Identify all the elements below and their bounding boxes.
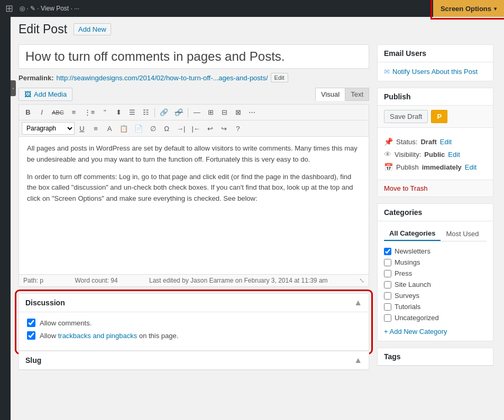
align-center-button[interactable]: ☰	[126, 107, 139, 118]
tab-text[interactable]: Text	[345, 88, 369, 101]
underline-button[interactable]: U	[76, 123, 88, 134]
email-users-title: Email Users	[384, 49, 426, 58]
cat-surveys-checkbox[interactable]	[384, 292, 391, 300]
wp-sidebar: ‹	[0, 17, 11, 420]
redo-button[interactable]: ↪	[218, 123, 231, 134]
cat-uncategorized-checkbox[interactable]	[384, 314, 391, 322]
allow-comments-label: Allow comments.	[40, 319, 91, 327]
publish-preview-button[interactable]: P	[431, 110, 447, 123]
visibility-value: Public	[424, 151, 445, 158]
clear-formatting-button[interactable]: ∅	[146, 123, 159, 134]
status-edit-link[interactable]: Edit	[440, 138, 452, 146]
screen-options-label: Screen Options	[441, 5, 491, 13]
list-item: Tutorials	[384, 301, 487, 312]
fullscreen-button[interactable]: ⊠	[232, 107, 244, 118]
toolbar-separator2	[188, 108, 188, 117]
editor-toolbar-row2: Paragraph Heading 1 Heading 2 Heading 3 …	[19, 120, 369, 137]
post-title-input[interactable]	[19, 44, 369, 69]
edit-columns: Permalink: http://seawingdesigns.com/201…	[19, 44, 493, 372]
italic-button[interactable]: I	[35, 107, 48, 118]
insert-link-button[interactable]: 🔗	[157, 107, 171, 118]
list-item: Press	[384, 268, 487, 279]
screen-options-arrow-icon: ▾	[494, 6, 497, 12]
wp-wrap: ‹ Edit Post Add New Permalink: http://se…	[0, 17, 504, 420]
cat-musings-checkbox[interactable]	[384, 259, 391, 266]
discussion-box-header[interactable]: Discussion ▲	[19, 294, 369, 312]
add-new-category-link[interactable]: + Add New Category	[384, 328, 487, 335]
paste-text-button[interactable]: 📋	[117, 123, 131, 134]
tab-most-used[interactable]: Most Used	[441, 227, 484, 241]
permalink-edit-button[interactable]: Edit	[271, 73, 288, 82]
editor-footer: Path: p Word count: 94 Last edited by Ja…	[19, 274, 369, 286]
allow-comments-row: Allow comments.	[27, 319, 361, 327]
sidebar-toggle-button[interactable]: ‹	[11, 80, 16, 96]
insert-more-button[interactable]: —	[190, 107, 203, 118]
cat-uncategorized-label: Uncategorized	[395, 314, 439, 322]
allow-trackbacks-checkbox[interactable]	[27, 331, 35, 340]
resize-handle-icon[interactable]: ⤡	[359, 277, 364, 284]
publish-header: Publish	[378, 88, 493, 106]
publish-title: Publish	[384, 92, 411, 101]
cat-press-checkbox[interactable]	[384, 270, 391, 277]
add-media-icon: 🖼	[24, 90, 31, 98]
publish-date-value: immediately	[422, 163, 462, 171]
text-color-button[interactable]: A	[103, 123, 116, 134]
tab-visual[interactable]: Visual	[315, 88, 345, 101]
trackbacks-pingbacks-link[interactable]: trackbacks and pingbacks	[58, 332, 138, 340]
calendar-icon: 📅	[384, 163, 393, 171]
cat-tutorials-checkbox[interactable]	[384, 303, 391, 311]
remove-link-button[interactable]: 🔗	[172, 107, 186, 118]
indent-button[interactable]: →|	[174, 123, 188, 134]
permalink-link[interactable]: http://seawingdesigns.com/2014/02/how-to…	[56, 74, 268, 82]
editor-tabs: Visual Text	[315, 88, 369, 101]
discussion-box: Discussion ▲ Allow comments. Allow t	[19, 293, 369, 351]
cat-site-launch-checkbox[interactable]	[384, 281, 391, 288]
discussion-content: Allow comments. Allow trackbacks and pin…	[19, 312, 369, 350]
undo-button[interactable]: ↩	[204, 123, 217, 134]
blockquote-button[interactable]: "	[98, 107, 111, 118]
list-item: Uncategorized	[384, 312, 487, 323]
slug-box-header[interactable]: Slug ▲	[19, 351, 369, 370]
tags-header: Tags	[378, 348, 493, 366]
format-select[interactable]: Paragraph Heading 1 Heading 2 Heading 3 …	[22, 122, 75, 135]
outdent-button[interactable]: |←	[189, 123, 203, 134]
cat-newsletters-checkbox[interactable]	[384, 248, 391, 255]
discussion-toggle-icon: ▲	[354, 298, 362, 307]
slug-title: Slug	[25, 356, 41, 365]
toolbar-toggle-button[interactable]: ⋯	[245, 107, 258, 118]
move-to-trash-link[interactable]: Move to Trash	[384, 184, 427, 192]
last-edited: Last edited by Jason Earrame on February…	[149, 277, 328, 284]
add-media-button[interactable]: 🖼 Add Media	[19, 88, 72, 101]
ordered-list-button[interactable]: ⋮≡	[81, 107, 98, 118]
tags-panel: Tags	[377, 348, 493, 366]
email-icon: ✉	[384, 68, 390, 76]
special-char-button[interactable]: Ω	[160, 123, 173, 134]
strikethrough-button[interactable]: ABC	[49, 108, 67, 117]
publish-meta: 📌 Status: Draft Edit 👁 Visibility: Publi…	[378, 133, 493, 180]
tab-all-categories[interactable]: All Categories	[384, 227, 441, 241]
editor-content[interactable]: All pages and posts in WordPress are set…	[19, 137, 369, 274]
paste-word-button[interactable]: 📄	[132, 123, 145, 134]
publish-actions: Save Draft P	[378, 106, 493, 128]
add-new-button[interactable]: Add New	[74, 23, 111, 35]
publish-date-edit-link[interactable]: Edit	[465, 163, 476, 171]
align-left-button[interactable]: ⬍	[112, 107, 125, 118]
visibility-edit-link[interactable]: Edit	[448, 151, 460, 158]
publish-date-label: Publish	[396, 163, 419, 171]
allow-comments-checkbox[interactable]	[27, 319, 35, 327]
align-right-button[interactable]: ☷	[140, 107, 152, 118]
categories-list: Newsletters Musings Press	[384, 246, 487, 323]
editor-para1: All pages and posts in WordPress are set…	[27, 143, 361, 165]
distraction-free-button[interactable]: ⊞	[204, 107, 217, 118]
screen-options-button[interactable]: Screen Options ▾	[433, 0, 504, 17]
tags-title: Tags	[384, 352, 401, 361]
save-draft-button[interactable]: Save Draft	[384, 110, 428, 123]
justify-button[interactable]: ≡	[89, 123, 102, 134]
unordered-list-button[interactable]: ≡	[68, 107, 80, 118]
notify-users-link[interactable]: ✉ Notify Users About this Post	[384, 68, 487, 76]
edit-sidebar: Email Users ✉ Notify Users About this Po…	[377, 44, 493, 372]
help-button[interactable]: ?	[232, 123, 244, 134]
table-button[interactable]: ⊟	[218, 107, 231, 118]
categories-panel: Categories All Categories Most Used News…	[377, 203, 493, 341]
bold-button[interactable]: B	[22, 107, 34, 118]
